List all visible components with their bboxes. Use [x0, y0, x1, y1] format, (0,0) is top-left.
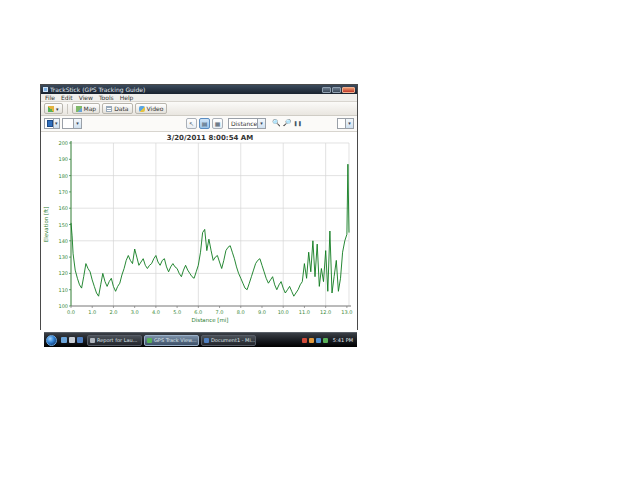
tray-icon[interactable] [316, 338, 321, 343]
maximize-button[interactable] [332, 87, 341, 93]
video-view-button[interactable]: Video [135, 103, 168, 114]
chart-svg: 3/20/2011 8:00:54 AM10011012013014015016… [41, 132, 359, 331]
track-dropdown[interactable]: ▾ [62, 118, 82, 129]
x-tick-label: 4.0 [152, 309, 160, 315]
tray-icon[interactable] [323, 338, 328, 343]
x-tick-label: 3.0 [131, 309, 139, 315]
layers-button[interactable]: ▾ [44, 103, 63, 114]
y-tick-label: 140 [58, 238, 68, 244]
quicklaunch-icon[interactable] [61, 337, 67, 343]
tray-icon[interactable] [302, 338, 307, 343]
taskbar-clock: 5:41 PM [333, 337, 353, 343]
dropdown-arrow-icon: ▾ [345, 119, 353, 128]
map-view-label: Map [84, 105, 97, 112]
task-button[interactable]: GPS Track View... [144, 335, 199, 346]
task-button-label: GPS Track View... [154, 335, 197, 345]
x-tick-label: 7.0 [216, 309, 224, 315]
y-tick-label: 190 [58, 156, 68, 162]
map-icon [76, 106, 82, 112]
x-tick-label: 10.0 [278, 309, 289, 315]
data-view-label: Data [114, 105, 128, 112]
menu-file[interactable]: File [45, 94, 55, 102]
menu-view[interactable]: View [79, 94, 93, 102]
task-app-icon [204, 338, 209, 343]
elevation-chart[interactable]: 3/20/2011 8:00:54 AM10011012013014015016… [41, 132, 357, 331]
data-view-button[interactable]: Data [102, 103, 132, 114]
system-tray: 5:41 PM [302, 337, 355, 343]
dropdown-arrow-icon: ▾ [257, 119, 265, 128]
chart-view-button[interactable]: ▤ [199, 118, 210, 129]
task-button-label: Document1 - Mi... [211, 335, 256, 345]
menu-edit[interactable]: Edit [61, 94, 73, 102]
close-button[interactable] [342, 87, 355, 93]
y-tick-label: 180 [58, 173, 68, 179]
grid-icon [48, 106, 54, 112]
tray-icon[interactable] [309, 338, 314, 343]
x-tick-label: 2.0 [109, 309, 117, 315]
y-tick-label: 120 [58, 270, 68, 276]
right-dropdown[interactable]: ▾ [337, 118, 354, 129]
task-button-label: Report for Lau... [97, 335, 137, 345]
x-tick-label: 9.0 [258, 309, 266, 315]
x-tick-label: 0.0 [67, 309, 75, 315]
main-toolbar: ▾ Map Data Video [41, 102, 357, 116]
menu-help[interactable]: Help [120, 94, 134, 102]
task-button[interactable]: Report for Lau... [87, 335, 142, 346]
y-tick-label: 170 [58, 189, 68, 195]
menu-tools[interactable]: Tools [99, 94, 114, 102]
map-view-button[interactable]: Map [72, 103, 101, 114]
x-tick-label: 8.0 [237, 309, 245, 315]
x-axis-title: Distance [mi] [192, 317, 229, 323]
pointer-tool-button[interactable]: ↖ [186, 118, 197, 129]
x-tick-label: 13.0 [341, 309, 352, 315]
chart-toolbar: ▾ ▾ ↖ ▤ ▦ Distance ▾ 🔍 🔎 ❚❚ ▾ [41, 116, 357, 132]
x-axis-mode-dropdown[interactable]: Distance ▾ [228, 118, 266, 129]
minimize-button[interactable] [322, 87, 331, 93]
chart-title: 3/20/2011 8:00:54 AM [167, 134, 253, 142]
x-axis-mode-value: Distance [231, 120, 257, 127]
elevation-line [71, 164, 349, 296]
task-app-icon [147, 338, 152, 343]
dropdown-caret-icon: ▾ [56, 106, 59, 112]
zoom-in-icon[interactable]: 🔍 [272, 118, 281, 129]
x-tick-label: 11.0 [299, 309, 310, 315]
y-axis-title: Elevation [ft] [43, 207, 49, 243]
taskbar: Report for Lau...GPS Track View...Docume… [44, 332, 357, 347]
pause-icon[interactable]: ❚❚ [293, 118, 301, 129]
app-icon [43, 87, 48, 92]
color-dropdown[interactable]: ▾ [44, 118, 60, 129]
x-tick-label: 5.0 [173, 309, 181, 315]
quicklaunch-icon[interactable] [69, 337, 75, 343]
x-tick-label: 1.0 [88, 309, 96, 315]
task-button[interactable]: Document1 - Mi... [201, 335, 256, 346]
start-button[interactable] [46, 335, 57, 346]
list-icon [106, 106, 112, 112]
map-overlay-button[interactable]: ▦ [212, 118, 223, 129]
y-tick-label: 160 [58, 205, 68, 211]
app-window: TrackStick (GPS Tracking Guide) FileEdit… [40, 84, 358, 330]
x-tick-label: 6.0 [194, 309, 202, 315]
y-tick-label: 110 [58, 287, 68, 293]
toolbar-separator [67, 104, 68, 114]
dropdown-arrow-icon: ▾ [53, 119, 59, 128]
video-view-label: Video [147, 105, 164, 112]
x-tick-label: 12.0 [320, 309, 331, 315]
zoom-out-icon[interactable]: 🔎 [283, 118, 292, 129]
task-app-icon [90, 338, 95, 343]
dropdown-arrow-icon: ▾ [73, 119, 81, 128]
y-tick-label: 150 [58, 222, 68, 228]
menu-bar: FileEditViewToolsHelp [41, 94, 357, 102]
y-tick-label: 200 [58, 140, 68, 146]
video-icon [139, 106, 145, 112]
quicklaunch-icon[interactable] [77, 337, 83, 343]
y-tick-label: 130 [58, 254, 68, 260]
